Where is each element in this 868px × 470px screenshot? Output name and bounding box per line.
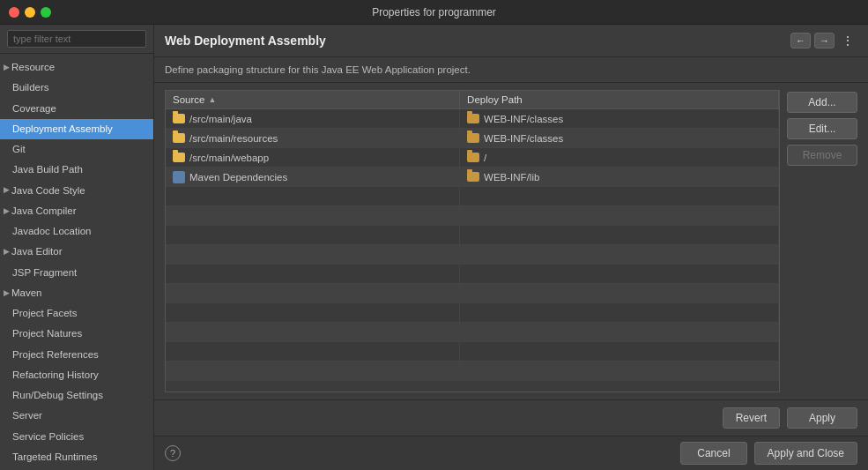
sidebar-item[interactable]: Targeted Runtimes [0,447,153,467]
sidebar-filter-area [0,25,153,54]
deploy-cell: / [460,148,779,167]
bottom-bar: Revert Apply [154,399,868,436]
title-bar: Properties for programmer [0,0,868,25]
content-area: Web Deployment Assembly ← → ⋮ Define pac… [154,25,868,470]
table-row[interactable]: /src/main/java WEB-INF/classes [166,109,779,129]
help-button[interactable]: ? [165,445,181,461]
table-row-empty [166,226,779,245]
table-row-empty [166,245,779,265]
sidebar-item[interactable]: ▶Maven [0,283,153,303]
source-cell: /src/main/resources [166,129,460,147]
add-button[interactable]: Add... [787,92,857,113]
sidebar-item-label: Project Facets [12,308,78,318]
folder-icon [173,114,185,123]
sidebar: ▶ResourceBuildersCoverageDeployment Asse… [0,25,154,470]
folder-icon [467,153,479,162]
sidebar-item-label: Javadoc Location [12,226,92,236]
deploy-column-header: Deploy Path [460,91,779,108]
arrow-icon: ▶ [4,62,10,74]
sidebar-list: ▶ResourceBuildersCoverageDeployment Asse… [0,54,153,470]
sidebar-item[interactable]: Service Policies [0,427,153,447]
window-controls[interactable] [9,7,51,18]
sidebar-item-label: Project Natures [12,328,82,339]
sidebar-item[interactable]: JSP Fragment [0,263,153,283]
deploy-value: WEB-INF/classes [484,114,563,124]
sidebar-item-label: Targeted Runtimes [12,451,98,462]
sidebar-item[interactable]: Builders [0,78,153,98]
source-value: /src/main/resources [189,133,278,144]
sidebar-item-label: Java Compiler [11,204,77,219]
arrow-icon: ▶ [4,184,10,197]
table-row[interactable]: /src/main/webapp / [166,148,779,168]
deploy-cell: WEB-INF/classes [460,109,779,128]
deploy-value: WEB-INF/lib [484,172,539,183]
sidebar-item[interactable]: Project Facets [0,303,153,324]
table-row[interactable]: Maven Dependencies WEB-INF/lib [166,168,779,187]
sidebar-item-label: Maven [11,286,42,301]
minimize-button[interactable] [25,7,35,18]
footer-right: Cancel Apply and Close [680,442,857,465]
sidebar-item-label: Project References [12,349,99,360]
sidebar-filter-input[interactable] [7,30,146,48]
deploy-value: WEB-INF/classes [484,133,563,144]
sidebar-item[interactable]: Javadoc Location [0,221,153,242]
sort-icon: ▲ [208,95,216,104]
sidebar-item[interactable]: ▶Resource [0,57,153,78]
sidebar-item-label: Java Build Path [12,164,83,175]
source-value: /src/main/java [189,114,252,124]
source-cell: /src/main/java [166,109,460,128]
folder-icon [173,133,185,143]
cancel-button[interactable]: Cancel [680,442,746,465]
sidebar-item[interactable]: ▶Java Compiler [0,201,153,221]
menu-button[interactable]: ⋮ [838,32,857,49]
edit-button[interactable]: Edit... [787,118,857,139]
revert-button[interactable]: Revert [723,407,780,429]
arrow-icon: ▶ [4,205,10,218]
sidebar-item[interactable]: ▶Java Editor [0,242,153,262]
side-buttons: Add... Edit... Remove [787,90,857,392]
close-button[interactable] [9,7,19,18]
folder-icon [173,153,185,162]
sidebar-item-label: Builders [12,82,49,93]
sidebar-item[interactable]: Deployment Assembly [0,119,153,139]
sidebar-item[interactable]: Server [0,406,153,426]
arrow-icon: ▶ [4,287,10,300]
forward-button[interactable]: → [814,33,835,48]
sidebar-item[interactable]: Refactoring History [0,365,153,385]
table-row-empty [166,284,779,303]
header-actions: ← → ⋮ [790,32,857,49]
sidebar-item[interactable]: Project References [0,345,153,365]
table-row-empty [166,265,779,284]
sidebar-item[interactable]: ▶Java Code Style [0,181,153,201]
folder-icon [467,114,479,123]
table-row-empty [166,303,779,323]
sidebar-item[interactable]: Run/Debug Settings [0,385,153,406]
table-row-empty [166,342,779,362]
sidebar-item-label: JSP Fragment [12,267,77,278]
deploy-cell: WEB-INF/lib [460,168,779,186]
sidebar-item-label: Java Editor [11,244,63,259]
source-value: Maven Dependencies [189,172,287,183]
assembly-table: Source ▲ Deploy Path /src/main/java WEB-… [165,90,780,392]
apply-close-button[interactable]: Apply and Close [754,442,857,465]
content-description: Define packaging structure for this Java… [154,57,868,83]
maximize-button[interactable] [41,7,51,18]
deploy-value: / [484,153,486,163]
sidebar-item[interactable]: Coverage [0,99,153,119]
sidebar-item[interactable]: Project Natures [0,324,153,344]
table-row-empty [166,206,779,226]
sidebar-item[interactable]: Git [0,139,153,160]
sidebar-item[interactable]: Java Build Path [0,160,153,180]
main-layout: ▶ResourceBuildersCoverageDeployment Asse… [0,25,868,470]
table-area: Source ▲ Deploy Path /src/main/java WEB-… [154,83,868,399]
content-header: Web Deployment Assembly ← → ⋮ [154,25,868,57]
source-value: /src/main/webapp [189,153,269,163]
table-row[interactable]: /src/main/resources WEB-INF/classes [166,129,779,148]
bottom-right: Revert Apply [723,407,857,429]
table-row-empty [166,187,779,206]
sidebar-item-label: Server [12,410,42,421]
back-button[interactable]: ← [790,33,811,48]
remove-button[interactable]: Remove [787,145,857,166]
window-title: Properties for programmer [372,6,496,19]
apply-button[interactable]: Apply [787,407,857,429]
